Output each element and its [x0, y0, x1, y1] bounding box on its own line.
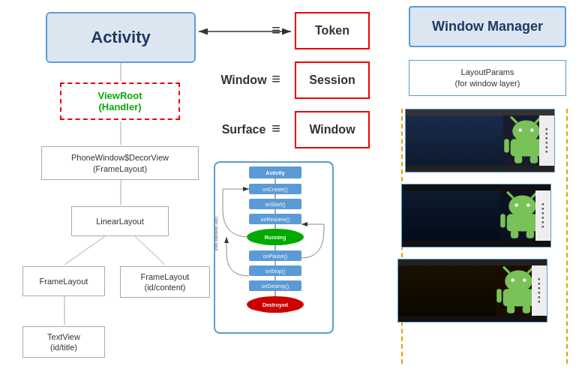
svg-text:onCreate(): onCreate(): [262, 187, 287, 193]
layer-bottom-bar: [406, 166, 554, 172]
svg-rect-64: [503, 289, 535, 306]
window-label: Window: [214, 62, 274, 99]
token-box: Token: [295, 12, 370, 50]
window-layers: ■■■■■■: [398, 109, 578, 364]
layer-3-status-bar: [398, 260, 547, 266]
layer-side-bar: ■■■■■■: [539, 116, 554, 166]
viewroot-box: ViewRoot (Handler): [60, 82, 180, 120]
window-manager-box: Window Manager: [409, 6, 566, 47]
svg-rect-68: [523, 305, 530, 313]
linearlayout-label: LinearLayout: [96, 217, 144, 226]
svg-text:onPause(): onPause(): [263, 254, 287, 260]
svg-rect-47: [514, 155, 522, 163]
window-manager-title: Window Manager: [432, 19, 543, 34]
textview-line2: (id/title): [50, 342, 77, 352]
flowchart-inner: Activity onCreate() onStart() onResume()…: [215, 163, 332, 332]
layer-status-bar: [406, 110, 554, 116]
svg-text:onResume(): onResume(): [261, 217, 290, 223]
svg-point-53: [526, 203, 530, 207]
layoutparams-line2: (for window layer): [455, 78, 520, 89]
layoutparams-box: LayoutParams (for window layer): [409, 60, 566, 96]
layer-2-content: [402, 190, 500, 241]
svg-line-50: [508, 193, 513, 198]
layer-2-bottom-bar: [402, 241, 550, 247]
svg-rect-45: [504, 139, 509, 152]
svg-rect-65: [496, 289, 502, 302]
token-label: Token: [315, 24, 350, 38]
svg-point-42: [518, 128, 522, 132]
layer-2-status-bar: [402, 184, 550, 190]
layer-content: [406, 116, 503, 166]
layoutparams-line1: LayoutParams: [461, 67, 514, 78]
svg-rect-67: [507, 305, 514, 313]
svg-point-63: [523, 278, 526, 282]
window-layer-2: ■■■■■■: [401, 184, 551, 248]
svg-point-62: [511, 278, 514, 282]
framelayout-right-box: FrameLayout (id/content): [120, 266, 210, 298]
svg-line-40: [512, 118, 517, 123]
svg-line-7: [135, 236, 165, 265]
activity-title: Activity: [91, 28, 150, 47]
phonewindow-box: PhoneWindow$DecorView (FrameLayout): [41, 146, 199, 180]
window-label-text: Window: [220, 74, 266, 87]
framelayout-left-box: FrameLayout: [22, 266, 105, 296]
linearlayout-box: LinearLayout: [71, 206, 169, 236]
svg-text:onStart(): onStart(): [265, 202, 285, 208]
phonewindow-line2: (FrameLayout): [93, 164, 147, 174]
svg-rect-54: [507, 214, 538, 231]
flowchart-svg: Activity onCreate() onStart() onResume()…: [215, 163, 334, 334]
activity-box: Activity: [46, 12, 196, 63]
flowchart-box: Activity onCreate() onStart() onResume()…: [214, 161, 334, 334]
layer-2-side-bar: ■■■■■■: [536, 190, 550, 241]
svg-line-6: [64, 236, 105, 265]
layer-3-side-bar: ■■■■■■: [532, 266, 547, 316]
svg-rect-48: [530, 155, 538, 163]
textview-line1: TextView: [47, 332, 80, 342]
svg-text:Running: Running: [265, 235, 286, 241]
svg-rect-55: [500, 214, 506, 227]
session-box: Session: [295, 62, 370, 99]
framelayout-right-line2: (id/content): [144, 282, 185, 292]
svg-point-52: [514, 203, 518, 207]
phonewindow-line1: PhoneWindow$DecorView: [71, 152, 169, 163]
window-layer-3: ■■■■■■: [398, 259, 548, 322]
svg-text:onDestroy(): onDestroy(): [262, 284, 290, 290]
surface-label: Surface: [214, 111, 274, 148]
window-box-right: Window: [295, 111, 370, 148]
textview-box: TextView (id/title): [22, 326, 105, 358]
svg-rect-58: [526, 230, 534, 238]
svg-point-59: [505, 271, 532, 292]
svg-point-49: [508, 196, 536, 218]
svg-text:≡: ≡: [272, 22, 280, 38]
session-label: Session: [309, 74, 355, 87]
svg-text:Activity: Activity: [266, 170, 284, 176]
svg-text:User navigates back: User navigates back: [215, 217, 219, 251]
svg-rect-44: [511, 139, 542, 156]
layer-3-bottom-bar: [398, 316, 547, 322]
svg-point-39: [512, 121, 539, 142]
window-layer-1: ■■■■■■: [405, 109, 555, 172]
framelayout-right-line1: FrameLayout: [141, 272, 190, 282]
svg-text:Destroyed: Destroyed: [262, 302, 288, 308]
svg-text:onStop(): onStop(): [266, 268, 286, 274]
viewroot-line1: ViewRoot: [98, 90, 142, 101]
diagram-container: ≡ ≡ ≡ Activity ViewRoot (Handler) PhoneW…: [0, 0, 588, 375]
layer-3-content: [398, 266, 496, 316]
svg-line-60: [504, 268, 509, 273]
svg-point-43: [530, 128, 534, 132]
window-right-label: Window: [309, 123, 355, 136]
svg-rect-57: [511, 230, 518, 238]
viewroot-line2: (Handler): [98, 101, 141, 112]
framelayout-left-label: FrameLayout: [40, 277, 88, 286]
surface-label-text: Surface: [222, 123, 266, 136]
